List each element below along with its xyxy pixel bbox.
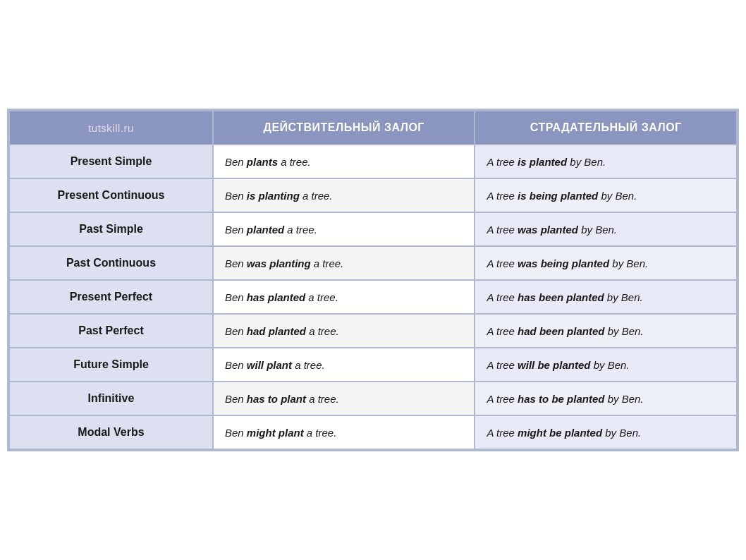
active-voice-cell: Ben is planting a tree. — [213, 178, 475, 212]
passive-voice-cell: A tree will be planted by Ben. — [475, 348, 737, 382]
passive-voice-cell: A tree had been planted by Ben. — [475, 314, 737, 348]
active-voice-cell: Ben might plant a tree. — [213, 415, 475, 449]
tense-cell: Present Continuous — [9, 178, 213, 212]
active-voice-cell: Ben was planting a tree. — [213, 246, 475, 280]
tense-cell: Present Perfect — [9, 280, 213, 314]
logo-text: tutskill.ru — [88, 122, 134, 134]
table-row: Modal VerbsBen might plant a tree.A tree… — [9, 415, 737, 449]
table-row: Past SimpleBen planted a tree.A tree was… — [9, 212, 737, 246]
active-voice-cell: Ben planted a tree. — [213, 212, 475, 246]
active-voice-cell: Ben had planted a tree. — [213, 314, 475, 348]
active-voice-cell: Ben will plant a tree. — [213, 348, 475, 382]
passive-voice-cell: A tree was planted by Ben. — [475, 212, 737, 246]
tense-cell: Present Simple — [9, 145, 213, 178]
header-row: tutskill.ru ДЕЙСТВИТЕЛЬНЫЙ ЗАЛОГ СТРАДАТ… — [9, 111, 737, 145]
passive-voice-cell: A tree is planted by Ben. — [475, 145, 737, 178]
passive-voice-header: СТРАДАТЕЛЬНЫЙ ЗАЛОГ — [475, 111, 737, 145]
table-row: Past PerfectBen had planted a tree.A tre… — [9, 314, 737, 348]
tense-cell: Past Perfect — [9, 314, 213, 348]
passive-voice-cell: A tree has been planted by Ben. — [475, 280, 737, 314]
passive-voice-cell: A tree was being planted by Ben. — [475, 246, 737, 280]
table-row: Past ContinuousBen was planting a tree.A… — [9, 246, 737, 280]
passive-voice-cell: A tree has to be planted by Ben. — [475, 382, 737, 415]
tense-cell: Infinitive — [9, 382, 213, 415]
table-row: Present SimpleBen plants a tree.A tree i… — [9, 145, 737, 178]
table-row: InfinitiveBen has to plant a tree.A tree… — [9, 382, 737, 415]
grammar-table: tutskill.ru ДЕЙСТВИТЕЛЬНЫЙ ЗАЛОГ СТРАДАТ… — [7, 109, 739, 451]
tense-cell: Modal Verbs — [9, 415, 213, 449]
tense-cell: Past Continuous — [9, 246, 213, 280]
passive-voice-cell: A tree is being planted by Ben. — [475, 178, 737, 212]
active-voice-cell: Ben has planted a tree. — [213, 280, 475, 314]
table-row: Present ContinuousBen is planting a tree… — [9, 178, 737, 212]
active-voice-cell: Ben has to plant a tree. — [213, 382, 475, 415]
tense-cell: Past Simple — [9, 212, 213, 246]
table-row: Future SimpleBen will plant a tree.A tre… — [9, 348, 737, 382]
active-voice-cell: Ben plants a tree. — [213, 145, 475, 178]
table-row: Present PerfectBen has planted a tree.A … — [9, 280, 737, 314]
active-voice-header: ДЕЙСТВИТЕЛЬНЫЙ ЗАЛОГ — [213, 111, 475, 145]
tense-cell: Future Simple — [9, 348, 213, 382]
logo-cell: tutskill.ru — [9, 111, 213, 145]
passive-voice-cell: A tree might be planted by Ben. — [475, 415, 737, 449]
